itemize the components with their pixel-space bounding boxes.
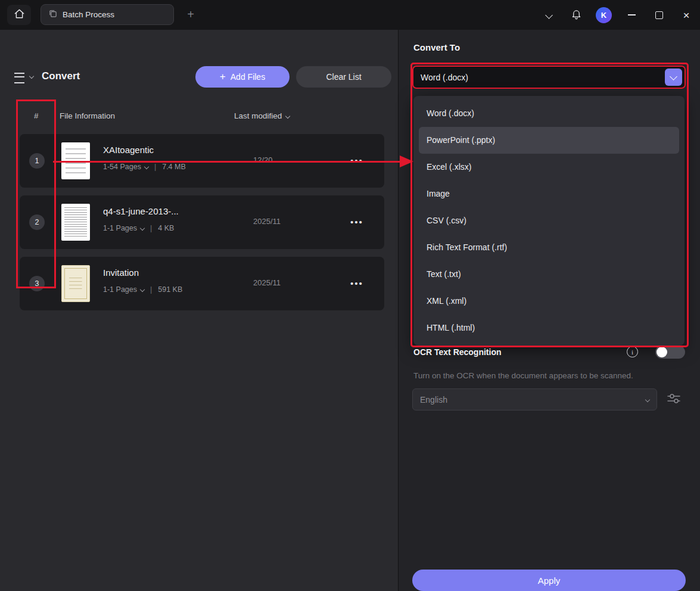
format-select-dropdown-button[interactable]: [665, 69, 682, 86]
file-index-badge: 2: [29, 214, 45, 230]
format-select[interactable]: Word (.docx): [412, 66, 686, 89]
column-file-information: File Information: [60, 111, 115, 120]
ocr-settings-icon[interactable]: [666, 391, 682, 408]
info-icon[interactable]: i: [627, 346, 638, 357]
batch-tab-icon: [48, 9, 57, 20]
format-option[interactable]: Image: [413, 181, 685, 207]
chevron-down-icon: [545, 11, 553, 19]
apply-label: Apply: [538, 576, 561, 586]
maximize-button[interactable]: [645, 0, 673, 30]
add-files-button[interactable]: + Add Files: [195, 66, 290, 88]
file-pages[interactable]: 1-54 Pages: [103, 163, 141, 171]
home-button[interactable]: [7, 5, 31, 25]
convert-panel: Convert + Add Files Clear List # File In…: [0, 30, 398, 591]
chevron-down-icon: [285, 113, 290, 118]
file-name: XAItoagentic: [103, 145, 154, 155]
file-meta: 1-1 Pages | 591 KB: [103, 285, 182, 294]
file-pages[interactable]: 1-1 Pages: [103, 285, 137, 294]
format-options-list: Word (.docx)PowerPoint (.pptx)Excel (.xl…: [413, 96, 685, 346]
file-list: 1 XAItoagentic 1-54 Pages | 7.4 MB 12/20…: [20, 134, 384, 310]
file-size: 4 KB: [158, 224, 174, 232]
file-name: Invitation: [103, 267, 139, 278]
convert-to-title: Convert To: [413, 42, 460, 52]
chevron-down-icon: [144, 164, 149, 169]
titlebar: Batch Process + K ×: [0, 0, 700, 30]
ocr-language-value: English: [420, 395, 447, 405]
format-option[interactable]: Rich Text Format (.rtf): [413, 234, 685, 261]
invitation-thumbnail: [61, 265, 90, 302]
collapse-toolbar-button[interactable]: [535, 0, 562, 30]
close-button[interactable]: ×: [673, 0, 700, 30]
close-icon: ×: [683, 10, 689, 21]
file-modified-date: 12/20: [253, 155, 273, 164]
document-thumbnail-dense: [61, 204, 90, 241]
page-title: Convert: [42, 70, 80, 82]
tab-label: Batch Process: [63, 10, 114, 19]
chevron-down-icon: [670, 73, 677, 80]
format-option[interactable]: HTML (.html): [413, 315, 685, 341]
format-option[interactable]: PowerPoint (.pptx): [419, 127, 679, 154]
file-pages[interactable]: 1-1 Pages: [103, 224, 137, 232]
file-row[interactable]: 2 q4-s1-june-2013-... 1-1 Pages | 4 KB 2…: [20, 195, 384, 249]
minimize-button[interactable]: [618, 0, 645, 30]
file-more-button[interactable]: •••: [344, 273, 370, 293]
app-window: Batch Process + K × Convert + Add Files: [0, 0, 700, 591]
column-index: #: [34, 111, 39, 120]
file-more-button[interactable]: •••: [344, 212, 370, 231]
bell-icon: [571, 8, 582, 22]
ocr-label: OCR Text Recognition: [413, 347, 502, 357]
file-meta: 1-54 Pages | 7.4 MB: [103, 163, 186, 171]
file-index-badge: 3: [29, 276, 45, 291]
minimize-icon: [628, 14, 636, 15]
menu-button[interactable]: [14, 72, 35, 83]
chevron-down-icon: [140, 226, 145, 231]
file-modified-date: 2025/11: [253, 217, 281, 226]
toggle-knob: [657, 347, 667, 357]
format-option[interactable]: XML (.xml): [413, 288, 685, 315]
document-thumbnail: [61, 142, 90, 179]
avatar[interactable]: K: [596, 7, 612, 23]
add-files-label: Add Files: [231, 72, 265, 82]
chevron-down-icon: [140, 287, 145, 292]
ocr-hint: Turn on the OCR when the document appear…: [413, 371, 633, 380]
column-last-modified[interactable]: Last modified: [234, 111, 290, 120]
format-select-value: Word (.docx): [413, 73, 468, 82]
hamburger-icon: [14, 73, 24, 83]
plus-icon: +: [220, 71, 226, 83]
clear-list-label: Clear List: [326, 72, 361, 82]
home-icon: [14, 8, 25, 22]
ocr-toggle[interactable]: [655, 346, 685, 359]
clear-list-button[interactable]: Clear List: [296, 66, 391, 88]
apply-button[interactable]: Apply: [412, 570, 686, 591]
file-modified-date: 2025/11: [253, 278, 281, 287]
file-meta: 1-1 Pages | 4 KB: [103, 224, 174, 232]
format-option[interactable]: Text (.txt): [413, 261, 685, 288]
ocr-language-select[interactable]: English: [412, 388, 657, 410]
notifications-button[interactable]: [562, 0, 590, 30]
format-option[interactable]: Word (.docx): [413, 100, 685, 127]
maximize-icon: [655, 11, 663, 19]
format-option[interactable]: Excel (.xlsx): [413, 154, 685, 181]
new-tab-button[interactable]: +: [182, 6, 199, 23]
file-more-button[interactable]: •••: [344, 151, 370, 170]
format-option[interactable]: CSV (.csv): [413, 207, 685, 234]
file-size: 591 KB: [158, 285, 182, 294]
file-row[interactable]: 3 Invitation 1-1 Pages | 591 KB 2025/11 …: [20, 257, 384, 310]
chevron-down-icon: [645, 397, 650, 402]
file-name: q4-s1-june-2013-...: [103, 206, 179, 216]
tab-batch-process[interactable]: Batch Process: [41, 4, 174, 25]
file-size: 7.4 MB: [162, 163, 186, 171]
file-index-badge: 1: [29, 153, 45, 169]
chevron-down-icon: [29, 74, 34, 79]
file-row[interactable]: 1 XAItoagentic 1-54 Pages | 7.4 MB 12/20…: [20, 134, 384, 188]
